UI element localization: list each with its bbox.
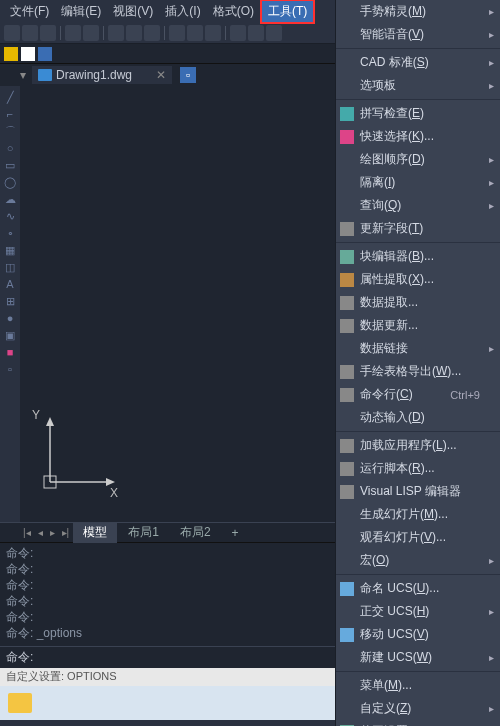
menu-item[interactable]: 手势精灵(M) bbox=[336, 0, 500, 23]
color-swatch-blue[interactable] bbox=[38, 47, 52, 61]
menu-format[interactable]: 格式(O) bbox=[207, 1, 260, 22]
toolbar-button[interactable] bbox=[266, 25, 282, 41]
toolbar-button[interactable] bbox=[4, 25, 20, 41]
menu-item[interactable]: 数据提取... bbox=[336, 291, 500, 314]
tab-nav-first[interactable]: |◂ bbox=[20, 527, 34, 538]
menu-item[interactable]: 块编辑器(B)... bbox=[336, 245, 500, 268]
menu-item[interactable]: 属性提取(X)... bbox=[336, 268, 500, 291]
dot-tool-icon[interactable]: ● bbox=[3, 311, 17, 325]
menu-item[interactable]: 更新字段(T) bbox=[336, 217, 500, 240]
hatch-tool-icon[interactable]: ▦ bbox=[3, 243, 17, 257]
polyline-tool-icon[interactable]: ⌐ bbox=[3, 107, 17, 121]
menu-item[interactable]: 智能语音(V) bbox=[336, 23, 500, 46]
toolbar-button[interactable] bbox=[65, 25, 81, 41]
toolbar-button[interactable] bbox=[40, 25, 56, 41]
toolbar-button[interactable] bbox=[83, 25, 99, 41]
cloud-tool-icon[interactable]: ☁ bbox=[3, 192, 17, 206]
point-tool-icon[interactable]: ∘ bbox=[3, 226, 17, 240]
menu-item-icon bbox=[340, 485, 354, 499]
menu-item[interactable]: 观看幻灯片(V)... bbox=[336, 526, 500, 549]
menu-item-label: 命令行(C) bbox=[360, 386, 413, 403]
circle-tool-icon[interactable]: ○ bbox=[3, 141, 17, 155]
menu-item[interactable]: 快速选择(K)... bbox=[336, 125, 500, 148]
tools-menu-dropdown: 手势精灵(M)智能语音(V)CAD 标准(S)选项板拼写检查(E)快速选择(K)… bbox=[335, 0, 500, 726]
menu-item[interactable]: 动态输入(D) bbox=[336, 406, 500, 429]
color-swatch-white[interactable] bbox=[21, 47, 35, 61]
ucs-icon bbox=[40, 412, 130, 492]
add-layout-tab[interactable]: + bbox=[222, 524, 249, 542]
toolbar-button[interactable] bbox=[108, 25, 124, 41]
file-explorer-icon[interactable] bbox=[8, 693, 32, 713]
menu-item-label: 数据链接 bbox=[360, 340, 408, 357]
tab-nav-next[interactable]: ▸ bbox=[47, 527, 58, 538]
toolbar-button[interactable] bbox=[230, 25, 246, 41]
menu-item[interactable]: 宏(O) bbox=[336, 549, 500, 572]
menu-item[interactable]: 选项板 bbox=[336, 74, 500, 97]
menu-item-icon bbox=[340, 462, 354, 476]
menu-item-icon bbox=[340, 628, 354, 642]
menu-item[interactable]: 绘图顺序(D) bbox=[336, 148, 500, 171]
menu-item-icon bbox=[340, 222, 354, 236]
menu-item[interactable]: 查询(Q) bbox=[336, 194, 500, 217]
menu-item-label: 菜单(M)... bbox=[360, 677, 412, 694]
toolbar-button[interactable] bbox=[248, 25, 264, 41]
menu-insert[interactable]: 插入(I) bbox=[159, 1, 206, 22]
new-tab-button[interactable]: ▫ bbox=[180, 67, 196, 83]
menu-item[interactable]: 命名 UCS(U)... bbox=[336, 577, 500, 600]
menu-item[interactable]: 菜单(M)... bbox=[336, 674, 500, 697]
ellipse-tool-icon[interactable]: ◯ bbox=[3, 175, 17, 189]
toolbar-button[interactable] bbox=[205, 25, 221, 41]
menu-item[interactable]: CAD 标准(S) bbox=[336, 51, 500, 74]
block-tool-icon[interactable]: ▣ bbox=[3, 328, 17, 342]
menu-item[interactable]: 加载应用程序(L)... bbox=[336, 434, 500, 457]
menu-edit[interactable]: 编辑(E) bbox=[55, 1, 107, 22]
menu-item-label: 拼写检查(E) bbox=[360, 105, 424, 122]
tool-icon[interactable]: ▫ bbox=[3, 362, 17, 376]
tab-nav-last[interactable]: ▸| bbox=[59, 527, 73, 538]
line-tool-icon[interactable]: ╱ bbox=[3, 90, 17, 104]
menu-separator bbox=[336, 431, 500, 432]
arc-tool-icon[interactable]: ⌒ bbox=[3, 124, 17, 138]
spline-tool-icon[interactable]: ∿ bbox=[3, 209, 17, 223]
menu-item[interactable]: 拼写检查(E) bbox=[336, 102, 500, 125]
region-tool-icon[interactable]: ◫ bbox=[3, 260, 17, 274]
toolbar-button[interactable] bbox=[144, 25, 160, 41]
file-tab[interactable]: Drawing1.dwg ✕ bbox=[32, 66, 172, 84]
model-tab[interactable]: 模型 bbox=[73, 522, 117, 543]
menu-item[interactable]: 新建 UCS(W) bbox=[336, 646, 500, 669]
toolbar-button[interactable] bbox=[169, 25, 185, 41]
menu-item-label: 命名 UCS(U)... bbox=[360, 580, 439, 597]
toolbar-button[interactable] bbox=[126, 25, 142, 41]
menu-item[interactable]: 运行脚本(R)... bbox=[336, 457, 500, 480]
menu-item[interactable]: Visual LISP 编辑器 bbox=[336, 480, 500, 503]
toolbar-button[interactable] bbox=[187, 25, 203, 41]
rect-tool-icon[interactable]: ▭ bbox=[3, 158, 17, 172]
menu-item[interactable]: 正交 UCS(H) bbox=[336, 600, 500, 623]
menu-item[interactable]: 隔离(I) bbox=[336, 171, 500, 194]
toolbar-separator bbox=[103, 26, 104, 40]
color-tool-icon[interactable]: ■ bbox=[3, 345, 17, 359]
layout2-tab[interactable]: 布局2 bbox=[170, 522, 221, 543]
menu-item[interactable]: 生成幻灯片(M)... bbox=[336, 503, 500, 526]
tab-nav-prev[interactable]: ◂ bbox=[35, 527, 46, 538]
menu-file[interactable]: 文件(F) bbox=[4, 1, 55, 22]
caret-down-icon[interactable]: ▾ bbox=[20, 68, 26, 82]
color-swatch-yellow[interactable] bbox=[4, 47, 18, 61]
menu-view[interactable]: 视图(V) bbox=[107, 1, 159, 22]
menu-item[interactable]: 命令行(C)Ctrl+9 bbox=[336, 383, 500, 406]
menu-item[interactable]: 自定义(Z) bbox=[336, 697, 500, 720]
menu-item[interactable]: 手绘表格导出(W)... bbox=[336, 360, 500, 383]
close-tab-icon[interactable]: ✕ bbox=[156, 68, 166, 82]
menu-item[interactable]: 数据链接 bbox=[336, 337, 500, 360]
menu-tools[interactable]: 工具(T) bbox=[260, 0, 315, 24]
menu-item-label: 动态输入(D) bbox=[360, 409, 425, 426]
menu-item[interactable]: 草图设置(F)... bbox=[336, 720, 500, 726]
layout1-tab[interactable]: 布局1 bbox=[118, 522, 169, 543]
menu-item[interactable]: 移动 UCS(V) bbox=[336, 623, 500, 646]
menu-item[interactable]: 数据更新... bbox=[336, 314, 500, 337]
toolbar-button[interactable] bbox=[22, 25, 38, 41]
menu-item-label: 属性提取(X)... bbox=[360, 271, 434, 288]
table-tool-icon[interactable]: ⊞ bbox=[3, 294, 17, 308]
text-tool-icon[interactable]: A bbox=[3, 277, 17, 291]
menu-item-label: 数据提取... bbox=[360, 294, 418, 311]
